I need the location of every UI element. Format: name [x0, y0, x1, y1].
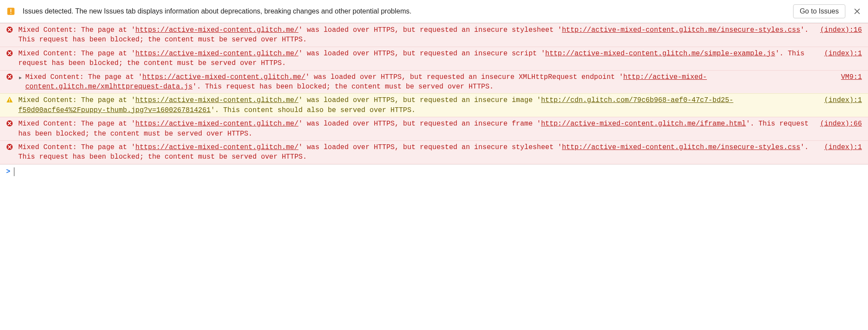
error-icon: [6, 120, 14, 128]
page-url-link[interactable]: https://active-mixed-content.glitch.me/: [135, 96, 298, 104]
close-icon[interactable]: [852, 7, 862, 16]
go-to-issues-button[interactable]: Go to Issues: [793, 4, 845, 18]
msg-suffix: '. This content should also be served ov…: [211, 106, 415, 114]
page-url-link[interactable]: https://active-mixed-content.glitch.me/: [135, 143, 298, 151]
resource-url-link[interactable]: http://active-mixed-content.glitch.me/if…: [541, 120, 746, 128]
console-message: Mixed Content: The page at 'https://acti…: [0, 23, 868, 47]
page-url-link[interactable]: https://active-mixed-content.glitch.me/: [135, 26, 298, 34]
console-message: ▸ Mixed Content: The page at 'https://ac…: [0, 70, 868, 94]
msg-prefix: Mixed Content: The page at ': [25, 73, 142, 81]
console-message: Mixed Content: The page at 'https://acti…: [0, 140, 868, 164]
console-message: Mixed Content: The page at 'https://acti…: [0, 47, 868, 71]
issues-infobar: Issues detected. The new Issues tab disp…: [0, 0, 868, 23]
svg-rect-6: [9, 99, 10, 101]
page-url-link[interactable]: https://active-mixed-content.glitch.me/: [142, 73, 305, 81]
source-link[interactable]: (index):16: [820, 25, 862, 35]
console-message-text: Mixed Content: The page at 'https://acti…: [18, 25, 820, 45]
msg-prefix: Mixed Content: The page at ': [18, 26, 135, 34]
page-url-link[interactable]: https://active-mixed-content.glitch.me/: [135, 120, 298, 128]
page-url-link[interactable]: https://active-mixed-content.glitch.me/: [135, 50, 298, 58]
resource-url-link[interactable]: http://active-mixed-content.glitch.me/si…: [545, 50, 775, 58]
console-message-text: Mixed Content: The page at 'https://acti…: [18, 95, 824, 115]
error-icon: [6, 73, 14, 81]
msg-prefix: Mixed Content: The page at ': [18, 96, 135, 104]
msg-mid: ' was loaded over HTTPS, but requested a…: [305, 73, 623, 81]
svg-rect-1: [10, 9, 11, 12]
source-link[interactable]: VM9:1: [841, 72, 862, 82]
console-prompt[interactable]: >: [0, 164, 868, 181]
console-message-text: Mixed Content: The page at 'https://acti…: [18, 143, 824, 162]
msg-mid: ' was loaded over HTTPS, but requested a…: [298, 96, 541, 104]
msg-suffix: '. This request has been blocked; the co…: [193, 83, 493, 91]
resource-url-link[interactable]: http://active-mixed-content.glitch.me/in…: [562, 143, 800, 151]
source-link[interactable]: (index):1: [824, 95, 862, 105]
disclosure-triangle-icon[interactable]: ▸: [18, 73, 24, 83]
console-message: Mixed Content: The page at 'https://acti…: [0, 93, 868, 117]
error-icon: [6, 143, 14, 151]
error-icon: [6, 50, 14, 58]
issues-badge-icon: [6, 7, 16, 16]
console-message-text: Mixed Content: The page at 'https://acti…: [18, 119, 820, 139]
msg-mid: ' was loaded over HTTPS, but requested a…: [298, 26, 562, 34]
console-message-text: Mixed Content: The page at 'https://acti…: [25, 72, 841, 92]
console-message: Mixed Content: The page at 'https://acti…: [0, 117, 868, 141]
msg-prefix: Mixed Content: The page at ': [18, 50, 135, 58]
source-link[interactable]: (index):1: [824, 49, 862, 58]
msg-prefix: Mixed Content: The page at ': [18, 120, 135, 128]
console-message-text: Mixed Content: The page at 'https://acti…: [18, 49, 824, 68]
resource-url-link[interactable]: http://active-mixed-content.glitch.me/in…: [562, 26, 800, 34]
console-messages: Mixed Content: The page at 'https://acti…: [0, 23, 868, 164]
msg-prefix: Mixed Content: The page at ': [18, 143, 135, 151]
svg-rect-7: [9, 101, 10, 102]
msg-mid: ' was loaded over HTTPS, but requested a…: [298, 143, 562, 151]
issues-infobar-text: Issues detected. The new Issues tab disp…: [23, 7, 786, 15]
msg-mid: ' was loaded over HTTPS, but requested a…: [298, 120, 541, 128]
svg-rect-2: [10, 13, 11, 14]
text-cursor: [14, 167, 14, 176]
source-link[interactable]: (index):1: [824, 143, 862, 152]
error-icon: [6, 26, 14, 34]
chevron-right-icon: >: [6, 168, 10, 176]
warning-icon: [6, 96, 14, 104]
msg-mid: ' was loaded over HTTPS, but requested a…: [298, 50, 545, 58]
source-link[interactable]: (index):66: [820, 119, 862, 129]
